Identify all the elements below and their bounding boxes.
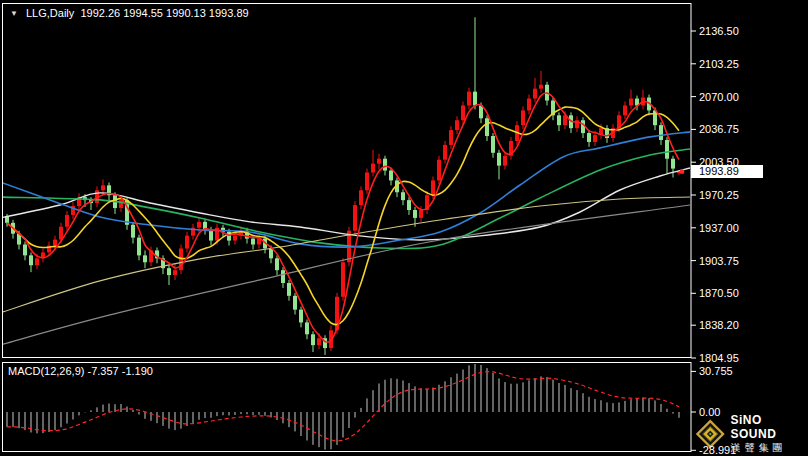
price-axis-label: 1937.00 — [699, 222, 739, 235]
macd-axis-label: -28.991 — [699, 444, 736, 456]
ohlc-values: 1992.26 1994.55 1990.13 1993.89 — [80, 7, 248, 19]
chart-header: ▼ LLG,Daily 1992.26 1994.55 1990.13 1993… — [10, 7, 249, 20]
symbol-timeframe-label: LLG,Daily — [26, 7, 74, 19]
current-price-tag: 1993.89 — [691, 165, 763, 178]
price-panel — [0, 17, 690, 355]
macd-axis-label: 30.755 — [699, 365, 733, 378]
price-panel-border — [3, 4, 692, 358]
price-axis-label: 1838.20 — [699, 319, 739, 332]
macd-indicator-label: MACD(12,26,9) -7.357 -1.190 — [8, 365, 153, 378]
macd-axis-label: 0.00 — [699, 406, 720, 419]
price-axis-label: 2070.00 — [699, 91, 739, 104]
last-price-dot — [680, 169, 685, 174]
price-axis-label: 1804.95 — [699, 352, 739, 365]
logo-subtitle: 漢聲集團 — [731, 441, 808, 454]
price-axis-label: 1970.25 — [699, 189, 739, 202]
chart-canvas[interactable] — [0, 0, 808, 456]
logo-title: SiNO SOUND — [731, 413, 808, 441]
collapse-arrow-icon[interactable]: ▼ — [10, 9, 18, 18]
price-axis-label: 1903.75 — [699, 255, 739, 268]
price-axis-label: 2136.50 — [699, 25, 739, 38]
ma-white — [0, 168, 690, 240]
trading-terminal-window: ▼ LLG,Daily 1992.26 1994.55 1990.13 1993… — [0, 0, 808, 456]
ma-fast-red — [7, 93, 679, 342]
price-axis-label: 2036.75 — [699, 123, 739, 136]
price-axis-label: 1870.50 — [699, 287, 739, 300]
price-axis-label: 2103.25 — [699, 58, 739, 71]
